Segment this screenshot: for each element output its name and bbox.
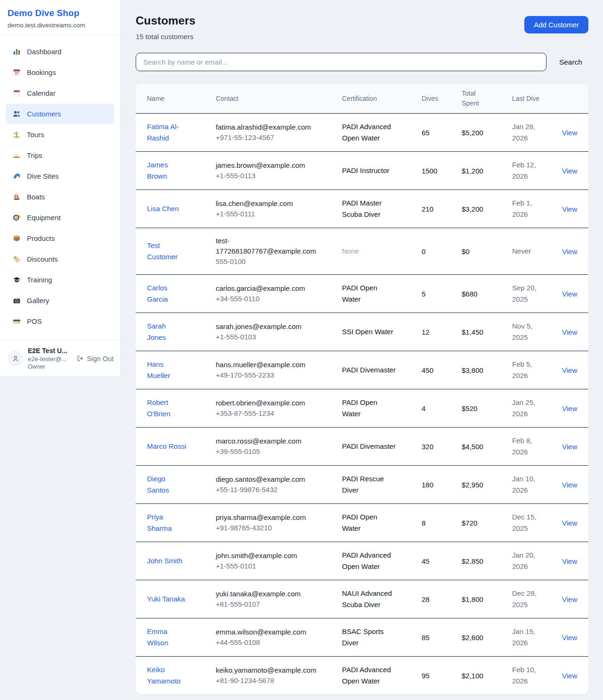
sidebar-item-calendar[interactable]: Calendar — [6, 83, 114, 103]
sidebar-item-boats[interactable]: Boats — [6, 187, 114, 207]
table-row: Diego Santosdiego.santos@example.com+55-… — [136, 466, 588, 504]
customer-last-dive: Jan 15, 2026 — [512, 626, 542, 649]
customer-dives: 1500 — [422, 167, 437, 175]
sidebar-item-dive-sites[interactable]: Dive Sites — [6, 166, 114, 186]
sidebar-item-label: Products — [27, 233, 55, 244]
customer-certification: PADI Open Water — [342, 397, 398, 420]
customer-phone: +1-555-0101 — [216, 561, 342, 571]
view-link[interactable]: View — [562, 481, 577, 489]
customer-last-dive: Never — [512, 246, 531, 257]
customers-people-icon — [12, 110, 21, 118]
customer-name-link[interactable]: Yuki Tanaka — [147, 593, 185, 605]
view-link[interactable]: View — [562, 167, 577, 175]
sidebar-item-training[interactable]: Training — [6, 270, 114, 290]
view-link[interactable]: View — [562, 205, 577, 213]
customer-name-link[interactable]: James Brown — [147, 159, 187, 182]
customer-email: sarah.jones@example.com — [216, 321, 318, 332]
table-header-row: NameContactCertificationDivesTotal Spent… — [136, 84, 588, 114]
customer-name-link[interactable]: Keiko Yamamoto — [147, 664, 187, 687]
sidebar-item-equipment[interactable]: Equipment — [6, 207, 114, 228]
customer-certification: PADI Advanced Open Water — [342, 121, 398, 144]
search-button[interactable]: Search — [559, 58, 582, 66]
customer-name-link[interactable]: John Smith — [147, 555, 182, 567]
table-row: James Brownjames.brown@example.com+1-555… — [136, 152, 588, 190]
table-row: Keiko Yamamotokeiko.yamamoto@example.com… — [136, 657, 588, 695]
sidebar-item-tours[interactable]: Tours — [6, 124, 114, 145]
sign-out-button[interactable]: Sign Out — [77, 355, 114, 362]
shop-domain: demo.test.divestreams.com — [8, 22, 113, 29]
customer-total-spent: $2,850 — [462, 557, 483, 565]
customer-last-dive: Jan 25, 2026 — [512, 397, 542, 420]
customer-name-link[interactable]: Diego Santos — [147, 473, 187, 496]
sidebar-item-customers[interactable]: Customers — [6, 104, 114, 124]
sidebar-item-gallery[interactable]: Gallery — [6, 290, 114, 311]
sidebar-item-dashboard[interactable]: Dashboard — [6, 41, 114, 62]
table-row: Fatima Al-Rashidfatima.alrashid@example.… — [136, 114, 588, 152]
customer-last-dive: Nov 5, 2025 — [512, 321, 542, 343]
table-row: Hans Muellerhans.mueller@example.com+49-… — [136, 351, 588, 389]
customer-email: yuki.tanaka@example.com — [216, 589, 318, 599]
user-name: E2E Test U... — [28, 347, 72, 354]
customer-name-link[interactable]: Priya Sharma — [147, 511, 187, 534]
customer-total-spent: $0 — [462, 247, 470, 255]
view-link[interactable]: View — [562, 247, 577, 255]
sidebar-item-trips[interactable]: Trips — [6, 145, 114, 165]
view-link[interactable]: View — [562, 595, 577, 603]
customer-phone: +1-555-0113 — [216, 171, 342, 181]
customer-phone: 555-0100 — [216, 256, 342, 267]
customer-name-link[interactable]: Marco Rossi — [147, 441, 186, 452]
add-customer-button[interactable]: Add Customer — [524, 16, 588, 33]
customer-name-link[interactable]: Fatima Al-Rashid — [147, 121, 187, 144]
search-input[interactable] — [136, 53, 546, 71]
customer-total-spent: $2,100 — [462, 672, 483, 680]
customer-certification: PADI Instructor — [342, 165, 390, 176]
sidebar-item-label: Trips — [27, 150, 42, 161]
customer-email: james.brown@example.com — [216, 160, 318, 171]
view-link[interactable]: View — [562, 634, 577, 642]
view-link[interactable]: View — [562, 366, 577, 374]
view-link[interactable]: View — [562, 290, 577, 298]
view-link[interactable]: View — [562, 404, 577, 412]
customer-last-dive: Feb 8, 2026 — [512, 435, 542, 458]
sidebar-item-label: Training — [27, 274, 52, 285]
customer-phone: +34-555-0110 — [216, 294, 342, 304]
table-row: Test Customertest-1772681807767@example.… — [136, 228, 588, 275]
sidebar-item-products[interactable]: Products — [6, 228, 114, 248]
column-header-total-spent: Total Spent — [462, 84, 512, 114]
customer-name-link[interactable]: Emma Wilson — [147, 626, 187, 649]
customer-certification: PADI Rescue Diver — [342, 473, 398, 496]
customer-phone: +44-555-0108 — [216, 637, 342, 648]
view-link[interactable]: View — [562, 672, 577, 680]
column-header-last-dive: Last Dive — [512, 84, 562, 114]
customer-certification: SSI Open Water — [342, 326, 393, 338]
customer-name-link[interactable]: Lisa Chen — [147, 203, 179, 214]
customer-dives: 65 — [422, 129, 430, 137]
products-box-icon — [12, 234, 21, 243]
customer-last-dive: Feb 10, 2026 — [512, 664, 542, 687]
sidebar-item-discounts[interactable]: Discounts — [6, 249, 114, 269]
view-link[interactable]: View — [562, 443, 577, 451]
sidebar-item-pos[interactable]: POS — [6, 311, 114, 331]
customer-name-link[interactable]: Sarah Jones — [147, 321, 187, 343]
sidebar-item-label: Dashboard — [27, 46, 61, 57]
sidebar-item-label: Gallery — [27, 295, 49, 306]
view-link[interactable]: View — [562, 519, 577, 527]
customer-dives: 210 — [422, 205, 433, 213]
view-link[interactable]: View — [562, 557, 577, 565]
customer-name-link[interactable]: Hans Mueller — [147, 359, 187, 381]
customer-name-link[interactable]: Robert O'Brien — [147, 397, 187, 420]
view-link[interactable]: View — [562, 129, 577, 137]
customer-certification: NAUI Advanced Scuba Diver — [342, 588, 398, 610]
view-link[interactable]: View — [562, 328, 577, 336]
user-section: E2E Test U... e2e-tester@... Owner Sign … — [0, 340, 120, 377]
customer-email: test-1772681807767@example.com — [216, 236, 318, 256]
customer-email: marco.rossi@example.com — [216, 436, 318, 446]
sidebar-item-bookings[interactable]: 17Bookings — [6, 62, 114, 82]
customer-name-link[interactable]: Test Customer — [147, 240, 187, 263]
customer-dives: 320 — [422, 443, 433, 451]
sidebar-item-label: Bookings — [27, 67, 56, 78]
customer-certification: PADI Master Scuba Diver — [342, 198, 398, 220]
customers-table: NameContactCertificationDivesTotal Spent… — [136, 84, 588, 694]
customer-name-link[interactable]: Carlos Garcia — [147, 282, 187, 305]
column-header-certification: Certification — [342, 84, 422, 114]
